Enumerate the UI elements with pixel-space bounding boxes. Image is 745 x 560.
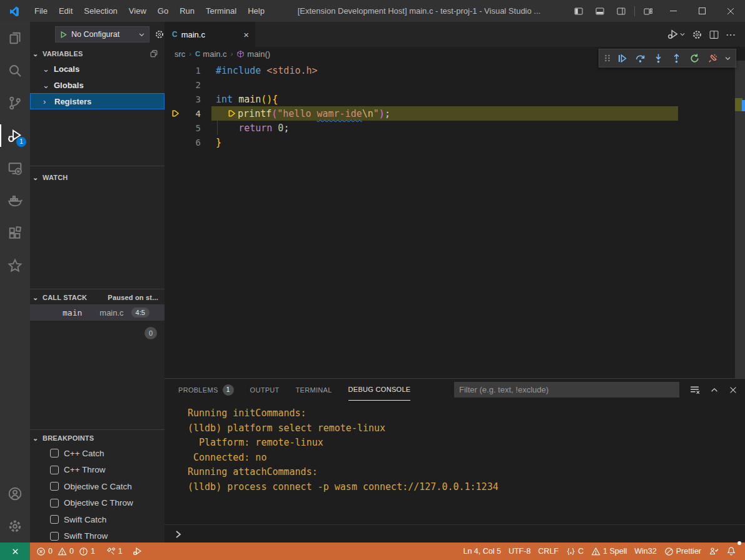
debug-session-chevron-icon[interactable] xyxy=(722,50,733,66)
debug-console-output[interactable]: Running initCommands:(lldb) platform sel… xyxy=(188,406,732,494)
console-filter-input[interactable] xyxy=(454,382,679,398)
feedback-icon[interactable] xyxy=(705,542,722,560)
eol-indicator[interactable]: CRLF xyxy=(534,542,562,560)
breakpoint-checkbox[interactable] xyxy=(50,515,59,524)
breakpoint-checkbox[interactable] xyxy=(50,532,59,541)
scope-locals[interactable]: ⌄ Locals xyxy=(30,61,165,77)
explorer-icon[interactable] xyxy=(0,22,30,54)
breadcrumb-symbol[interactable]: main() xyxy=(247,49,270,59)
minimize-button[interactable] xyxy=(659,0,687,22)
restart-button[interactable] xyxy=(686,50,703,66)
breadcrumb-folder[interactable]: src xyxy=(175,49,185,59)
cursor-position[interactable]: Ln 4, Col 5 xyxy=(459,542,504,560)
menu-view[interactable]: View xyxy=(123,0,152,22)
scope-registers[interactable]: › Registers xyxy=(30,93,165,109)
more-actions-icon[interactable]: ⋯ xyxy=(726,29,736,41)
toggle-panel-icon[interactable] xyxy=(589,0,611,22)
breakpoint-objective-c-catch[interactable]: Objective C Catch xyxy=(30,478,165,495)
tab-problems[interactable]: PROBLEMS 1 xyxy=(178,379,234,401)
settings-gear-icon[interactable] xyxy=(0,510,30,542)
menu-run[interactable]: Run xyxy=(174,0,200,22)
close-panel-icon[interactable] xyxy=(729,386,737,394)
maximize-panel-icon[interactable] xyxy=(710,386,719,394)
run-or-debug-icon[interactable] xyxy=(667,28,686,41)
close-tab-icon[interactable]: × xyxy=(243,29,249,40)
editor-scrollbar[interactable] xyxy=(735,61,745,378)
docker-icon[interactable] xyxy=(0,184,30,217)
menu-edit[interactable]: Edit xyxy=(53,0,78,22)
notifications-bell-icon[interactable] xyxy=(722,542,740,560)
favorites-star-icon[interactable] xyxy=(0,249,30,282)
section-divider[interactable] xyxy=(30,429,165,430)
code-line-6[interactable]: 6} xyxy=(165,135,735,149)
step-into-button[interactable] xyxy=(650,50,667,66)
stack-frame-row[interactable]: main main.c 4:5 xyxy=(30,304,165,321)
spell-checker-status[interactable]: 1 Spell xyxy=(587,542,631,560)
continue-button[interactable] xyxy=(614,50,631,66)
code-editor[interactable]: 1#include <stdio.h>23int main(){4 printf… xyxy=(165,61,745,378)
configure-gear-icon[interactable] xyxy=(155,29,165,39)
encoding-indicator[interactable]: UTF-8 xyxy=(505,542,534,560)
breakpoint-swift-catch[interactable]: Swift Catch xyxy=(30,511,165,528)
copy-value-icon[interactable] xyxy=(150,49,158,58)
variables-header[interactable]: ⌄ VARIABLES xyxy=(30,47,165,61)
breakpoint-objective-c-throw[interactable]: Objective C Throw xyxy=(30,495,165,512)
breakpoint-c-catch[interactable]: C++ Catch xyxy=(30,445,165,462)
disconnect-button[interactable] xyxy=(704,50,721,66)
platform-indicator[interactable]: Win32 xyxy=(631,542,660,560)
menu-selection[interactable]: Selection xyxy=(78,0,123,22)
watch-header[interactable]: ⌄ WATCH xyxy=(30,171,165,184)
breakpoint-c-throw[interactable]: C++ Throw xyxy=(30,462,165,479)
launch-config-dropdown[interactable]: No Configurat xyxy=(55,26,150,42)
clear-console-icon[interactable] xyxy=(689,384,700,395)
source-control-icon[interactable] xyxy=(0,87,30,119)
extensions-icon[interactable] xyxy=(0,217,30,249)
menu-file[interactable]: File xyxy=(29,0,53,22)
tab-main-c[interactable]: C main.c × xyxy=(165,22,255,47)
formatter-status[interactable]: Prettier xyxy=(661,542,705,560)
breakpoint-checkbox[interactable] xyxy=(50,499,59,508)
menu-help[interactable]: Help xyxy=(242,0,270,22)
menu-terminal[interactable]: Terminal xyxy=(200,0,242,22)
toolbar-drag-handle[interactable] xyxy=(602,54,612,62)
toggle-primary-sidebar-icon[interactable] xyxy=(568,0,589,22)
step-over-button[interactable] xyxy=(632,50,649,66)
variables-section: ⌄ VARIABLES ⌄ Locals ⌄ Globals › Registe… xyxy=(30,47,165,166)
tab-terminal[interactable]: TERMINAL xyxy=(296,379,332,401)
remote-explorer-icon[interactable] xyxy=(0,152,30,184)
breakpoint-checkbox[interactable] xyxy=(50,466,59,474)
step-out-button[interactable] xyxy=(668,50,685,66)
call-stack-header[interactable]: ⌄ CALL STACK Paused on st... xyxy=(30,291,165,304)
editor-gear-icon[interactable] xyxy=(692,29,702,40)
remote-indicator[interactable] xyxy=(0,542,30,560)
problems-status[interactable]: 0 0 1 xyxy=(33,542,99,560)
code-line-4[interactable]: 4 printf("hello wamr-ide\n"); xyxy=(165,106,735,121)
section-divider[interactable] xyxy=(30,166,165,166)
console-input-prompt[interactable] xyxy=(173,529,183,539)
close-window-button[interactable] xyxy=(716,0,745,22)
toggle-secondary-sidebar-icon[interactable] xyxy=(611,0,632,22)
tab-output[interactable]: OUTPUT xyxy=(250,379,280,401)
tab-debug-console[interactable]: DEBUG CONSOLE xyxy=(348,379,411,401)
ports-status[interactable]: 1 xyxy=(103,542,126,560)
section-divider[interactable] xyxy=(30,289,165,289)
code-line-3[interactable]: 3int main(){ xyxy=(165,92,735,106)
code-line-2[interactable]: 2 xyxy=(165,78,735,92)
split-editor-icon[interactable] xyxy=(709,29,719,40)
debug-status-icon[interactable] xyxy=(129,542,146,560)
menu-go[interactable]: Go xyxy=(152,0,174,22)
maximize-button[interactable] xyxy=(687,0,716,22)
account-icon[interactable] xyxy=(0,478,30,510)
run-and-debug-icon[interactable]: 1 xyxy=(0,119,30,152)
breakpoint-checkbox[interactable] xyxy=(50,482,59,491)
paused-arrow-icon[interactable] xyxy=(165,109,186,118)
code-line-5[interactable]: 5 return 0; xyxy=(165,121,735,135)
breadcrumb-file[interactable]: main.c xyxy=(203,49,226,59)
customize-layout-icon[interactable] xyxy=(637,0,659,22)
breakpoints-header[interactable]: ⌄ BREAKPOINTS xyxy=(30,431,165,445)
search-icon[interactable] xyxy=(0,54,30,87)
language-mode[interactable]: C xyxy=(562,542,587,560)
scope-globals[interactable]: ⌄ Globals xyxy=(30,77,165,93)
breakpoint-checkbox[interactable] xyxy=(50,449,59,458)
breakpoint-swift-throw[interactable]: Swift Throw xyxy=(30,528,165,545)
